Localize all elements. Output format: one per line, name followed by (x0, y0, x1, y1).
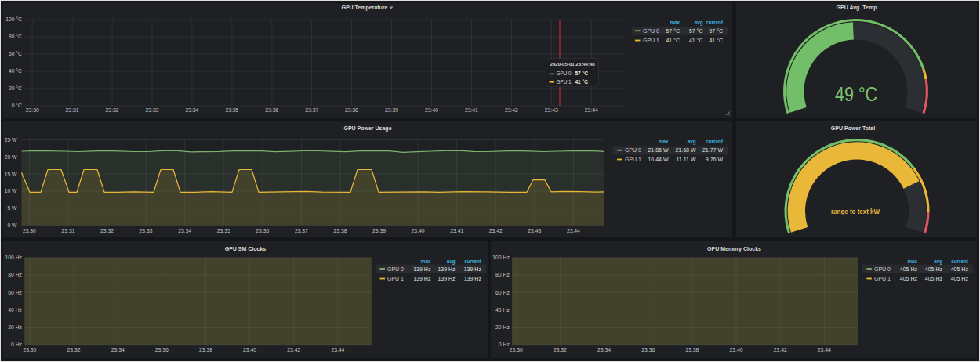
svg-text:23:31: 23:31 (61, 228, 74, 233)
svg-text:23:40: 23:40 (243, 347, 256, 353)
svg-text:GPU SM Clocks: GPU SM Clocks (225, 246, 267, 252)
svg-text:GPU Power Usage: GPU Power Usage (343, 125, 391, 132)
svg-text:23:35: 23:35 (217, 228, 230, 233)
svg-text:139 Hz: 139 Hz (437, 266, 456, 272)
svg-text:23:40: 23:40 (412, 228, 425, 233)
svg-text:0 Hz: 0 Hz (11, 342, 23, 347)
svg-text:23:38: 23:38 (199, 347, 212, 353)
svg-text:avg: avg (695, 20, 703, 26)
svg-text:23:30: 23:30 (26, 107, 39, 113)
svg-text:16.44 W: 16.44 W (648, 157, 668, 162)
svg-text:20 W: 20 W (5, 154, 17, 160)
svg-text:25 W: 25 W (5, 137, 17, 143)
svg-text:avg: avg (934, 259, 942, 265)
svg-text:23:33: 23:33 (145, 107, 158, 113)
svg-text:23:44: 23:44 (331, 347, 344, 353)
svg-text:21.68 W: 21.68 W (675, 147, 695, 153)
svg-text:23:39: 23:39 (372, 228, 386, 233)
svg-text:49 °C: 49 °C (835, 82, 877, 106)
svg-text:100 Hz: 100 Hz (5, 255, 22, 260)
svg-text:20 °C: 20 °C (9, 85, 22, 91)
svg-text:23:42: 23:42 (505, 107, 518, 113)
svg-text:23:34: 23:34 (597, 347, 611, 353)
svg-text:23:37: 23:37 (305, 107, 318, 113)
svg-text:GPU 1: GPU 1 (874, 276, 891, 281)
svg-text:5 W: 5 W (7, 205, 17, 211)
svg-text:23:33: 23:33 (140, 228, 153, 233)
svg-text:2020-05-01 23:44:48: 2020-05-01 23:44:48 (550, 61, 596, 67)
svg-text:max: max (907, 259, 917, 264)
svg-text:current: current (464, 259, 482, 264)
svg-text:0 W: 0 W (7, 223, 17, 228)
svg-text:80 Hz: 80 Hz (495, 272, 510, 277)
svg-text:100 Hz: 100 Hz (492, 255, 510, 260)
svg-text:23:44: 23:44 (585, 107, 598, 113)
svg-text:139 Hz: 139 Hz (413, 276, 431, 281)
svg-text:23:32: 23:32 (100, 228, 114, 233)
svg-text:15 W: 15 W (5, 172, 17, 177)
svg-text:GPU 0: GPU 0 (625, 147, 641, 153)
svg-text:23:42: 23:42 (774, 347, 787, 353)
svg-text:GPU 1: GPU 1 (387, 276, 404, 281)
svg-text:avg: avg (447, 259, 456, 265)
svg-text:23:38: 23:38 (345, 107, 358, 113)
svg-text:GPU 1: GPU 1 (625, 157, 641, 162)
svg-text:60 Hz: 60 Hz (495, 290, 510, 295)
svg-text:21.86 W: 21.86 W (648, 147, 668, 153)
svg-text:23:42: 23:42 (489, 228, 503, 233)
svg-text:405 Hz: 405 Hz (900, 276, 918, 281)
svg-text:GPU 0: GPU 0 (874, 266, 891, 272)
svg-text:23:34: 23:34 (178, 228, 191, 233)
svg-text:GPU Temperature: GPU Temperature (342, 5, 388, 11)
svg-text:23:42: 23:42 (287, 347, 300, 353)
svg-text:GPU 0: GPU 0 (387, 266, 404, 272)
svg-text:23:41: 23:41 (465, 107, 478, 113)
svg-text:23:32: 23:32 (67, 347, 80, 353)
svg-text:23:38: 23:38 (685, 347, 699, 353)
svg-text:23:44: 23:44 (567, 228, 580, 233)
svg-text:139 Hz: 139 Hz (413, 266, 431, 272)
svg-text:23:32: 23:32 (554, 347, 567, 353)
svg-text:11.11 W: 11.11 W (676, 157, 695, 162)
svg-text:23:43: 23:43 (545, 107, 558, 113)
svg-text:23:30: 23:30 (23, 228, 36, 233)
svg-text:57 °C: 57 °C (689, 28, 703, 34)
svg-text:GPU 1: GPU 1 (643, 38, 659, 43)
svg-text:GPU Memory Clocks: GPU Memory Clocks (707, 246, 761, 252)
svg-text:current: current (951, 259, 969, 264)
svg-text:10 W: 10 W (5, 188, 17, 194)
svg-text:23:30: 23:30 (23, 347, 36, 353)
svg-text:max: max (421, 259, 431, 264)
svg-text:57 °C: 57 °C (709, 28, 723, 34)
svg-text:9.76 W: 9.76 W (706, 157, 724, 162)
svg-text:41 °C: 41 °C (666, 38, 680, 43)
svg-text:23:36: 23:36 (155, 347, 169, 353)
svg-text:21.77 W: 21.77 W (702, 147, 723, 153)
svg-text:current: current (706, 139, 724, 144)
svg-text:max: max (659, 139, 669, 144)
svg-text:23:36: 23:36 (256, 228, 269, 233)
svg-text:40 °C: 40 °C (9, 68, 22, 74)
svg-text:139 Hz: 139 Hz (464, 266, 482, 272)
svg-text:23:31: 23:31 (66, 107, 79, 113)
svg-text:GPU 0: GPU 0 (643, 28, 659, 34)
svg-text:80 Hz: 80 Hz (8, 272, 22, 277)
svg-text:20 Hz: 20 Hz (495, 324, 510, 330)
svg-text:139 Hz: 139 Hz (437, 276, 456, 281)
svg-text:80 °C: 80 °C (9, 34, 22, 39)
svg-text:139 Hz: 139 Hz (464, 276, 482, 281)
svg-text:23:38: 23:38 (333, 228, 347, 233)
svg-text:23:43: 23:43 (528, 228, 541, 233)
svg-text:41 °C: 41 °C (689, 38, 703, 43)
svg-text:23:44: 23:44 (818, 347, 831, 353)
svg-text:405 Hz: 405 Hz (925, 266, 943, 272)
svg-text:23:32: 23:32 (106, 107, 119, 113)
svg-text:405 Hz: 405 Hz (925, 276, 943, 281)
svg-text:57 °C: 57 °C (666, 28, 680, 34)
svg-text:GPU 0:: GPU 0: (557, 71, 573, 76)
svg-text:57 °C: 57 °C (575, 71, 588, 76)
svg-text:41 °C: 41 °C (575, 79, 588, 85)
svg-text:23:37: 23:37 (295, 228, 308, 233)
svg-text:GPU Power Total: GPU Power Total (831, 125, 875, 131)
svg-text:GPU 1:: GPU 1: (557, 79, 573, 85)
